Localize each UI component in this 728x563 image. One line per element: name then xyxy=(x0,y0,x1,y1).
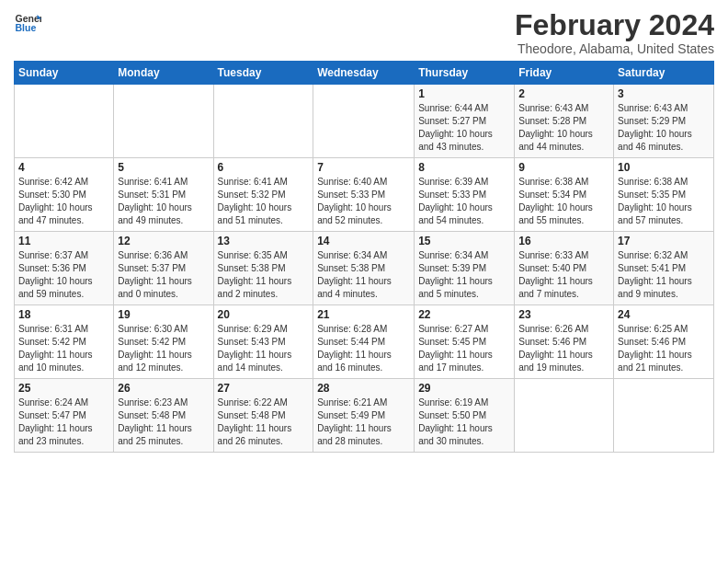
calendar-week-row: 4Sunrise: 6:42 AMSunset: 5:30 PMDaylight… xyxy=(15,158,714,232)
weekday-header-cell: Wednesday xyxy=(313,62,415,85)
day-info: Sunrise: 6:43 AMSunset: 5:29 PMDaylight:… xyxy=(618,102,710,154)
day-number: 14 xyxy=(317,235,410,247)
month-title: February 2024 xyxy=(515,9,714,41)
day-number: 8 xyxy=(418,161,510,174)
calendar-cell: 22Sunrise: 6:27 AMSunset: 5:45 PMDayligh… xyxy=(415,305,515,379)
day-number: 15 xyxy=(418,235,510,247)
calendar-cell: 21Sunrise: 6:28 AMSunset: 5:44 PMDayligh… xyxy=(313,305,415,379)
day-number: 26 xyxy=(118,382,209,395)
calendar-cell: 4Sunrise: 6:42 AMSunset: 5:30 PMDaylight… xyxy=(15,158,114,232)
day-number: 11 xyxy=(18,235,109,247)
calendar-cell xyxy=(15,85,114,158)
day-info: Sunrise: 6:26 AMSunset: 5:46 PMDaylight:… xyxy=(518,323,609,374)
calendar-cell: 15Sunrise: 6:34 AMSunset: 5:39 PMDayligh… xyxy=(415,232,515,305)
calendar-cell: 8Sunrise: 6:39 AMSunset: 5:33 PMDaylight… xyxy=(415,158,515,232)
day-number: 28 xyxy=(317,382,410,395)
day-number: 10 xyxy=(618,161,710,174)
day-number: 13 xyxy=(218,235,310,247)
calendar-cell xyxy=(114,85,213,158)
day-info: Sunrise: 6:34 AMSunset: 5:39 PMDaylight:… xyxy=(418,249,510,301)
day-info: Sunrise: 6:41 AMSunset: 5:32 PMDaylight:… xyxy=(218,176,310,227)
calendar-cell: 10Sunrise: 6:38 AMSunset: 5:35 PMDayligh… xyxy=(614,158,714,232)
day-number: 18 xyxy=(18,308,109,321)
page-container: General Blue February 2024 Theodore, Ala… xyxy=(0,0,728,457)
logo: General Blue xyxy=(14,9,41,37)
calendar-cell: 11Sunrise: 6:37 AMSunset: 5:36 PMDayligh… xyxy=(15,232,114,305)
calendar-cell: 16Sunrise: 6:33 AMSunset: 5:40 PMDayligh… xyxy=(515,232,614,305)
day-number: 9 xyxy=(518,161,609,174)
weekday-header-cell: Thursday xyxy=(415,62,515,85)
calendar-cell: 25Sunrise: 6:24 AMSunset: 5:47 PMDayligh… xyxy=(15,379,114,453)
calendar-cell: 18Sunrise: 6:31 AMSunset: 5:42 PMDayligh… xyxy=(15,305,114,379)
day-info: Sunrise: 6:35 AMSunset: 5:38 PMDaylight:… xyxy=(218,249,310,301)
svg-text:Blue: Blue xyxy=(16,22,37,33)
day-number: 16 xyxy=(518,235,609,247)
calendar-cell: 14Sunrise: 6:34 AMSunset: 5:38 PMDayligh… xyxy=(313,232,415,305)
day-number: 6 xyxy=(218,161,310,174)
weekday-header-cell: Saturday xyxy=(614,62,714,85)
calendar-cell: 7Sunrise: 6:40 AMSunset: 5:33 PMDaylight… xyxy=(313,158,415,232)
calendar-cell: 28Sunrise: 6:21 AMSunset: 5:49 PMDayligh… xyxy=(313,379,415,453)
calendar-cell: 23Sunrise: 6:26 AMSunset: 5:46 PMDayligh… xyxy=(515,305,614,379)
calendar-week-row: 25Sunrise: 6:24 AMSunset: 5:47 PMDayligh… xyxy=(15,379,714,453)
calendar-cell: 26Sunrise: 6:23 AMSunset: 5:48 PMDayligh… xyxy=(114,379,213,453)
day-info: Sunrise: 6:36 AMSunset: 5:37 PMDaylight:… xyxy=(118,249,209,301)
calendar-cell: 27Sunrise: 6:22 AMSunset: 5:48 PMDayligh… xyxy=(213,379,313,453)
calendar-cell: 5Sunrise: 6:41 AMSunset: 5:31 PMDaylight… xyxy=(114,158,213,232)
calendar-cell xyxy=(614,379,714,453)
day-number: 17 xyxy=(618,235,710,247)
day-info: Sunrise: 6:23 AMSunset: 5:48 PMDaylight:… xyxy=(118,396,209,448)
day-number: 22 xyxy=(418,308,510,321)
day-number: 7 xyxy=(317,161,410,174)
logo-icon: General Blue xyxy=(14,9,41,37)
calendar-cell: 29Sunrise: 6:19 AMSunset: 5:50 PMDayligh… xyxy=(415,379,515,453)
calendar-body: 1Sunrise: 6:44 AMSunset: 5:27 PMDaylight… xyxy=(15,85,714,453)
calendar-cell: 19Sunrise: 6:30 AMSunset: 5:42 PMDayligh… xyxy=(114,305,213,379)
calendar-cell: 9Sunrise: 6:38 AMSunset: 5:34 PMDaylight… xyxy=(515,158,614,232)
day-number: 1 xyxy=(418,87,510,100)
calendar-cell xyxy=(515,379,614,453)
day-number: 21 xyxy=(317,308,410,321)
day-number: 24 xyxy=(618,308,710,321)
calendar-cell xyxy=(313,85,415,158)
weekday-header-cell: Sunday xyxy=(15,62,114,85)
day-info: Sunrise: 6:25 AMSunset: 5:46 PMDaylight:… xyxy=(618,323,710,374)
location: Theodore, Alabama, United States xyxy=(515,41,714,56)
calendar-week-row: 11Sunrise: 6:37 AMSunset: 5:36 PMDayligh… xyxy=(15,232,714,305)
day-number: 19 xyxy=(118,308,209,321)
calendar-table: SundayMondayTuesdayWednesdayThursdayFrid… xyxy=(14,61,714,453)
calendar-cell: 2Sunrise: 6:43 AMSunset: 5:28 PMDaylight… xyxy=(515,85,614,158)
day-info: Sunrise: 6:38 AMSunset: 5:34 PMDaylight:… xyxy=(518,176,609,227)
calendar-cell: 17Sunrise: 6:32 AMSunset: 5:41 PMDayligh… xyxy=(614,232,714,305)
calendar-week-row: 18Sunrise: 6:31 AMSunset: 5:42 PMDayligh… xyxy=(15,305,714,379)
day-info: Sunrise: 6:32 AMSunset: 5:41 PMDaylight:… xyxy=(618,249,710,301)
day-info: Sunrise: 6:30 AMSunset: 5:42 PMDaylight:… xyxy=(118,323,209,374)
day-number: 25 xyxy=(18,382,109,395)
calendar-cell: 12Sunrise: 6:36 AMSunset: 5:37 PMDayligh… xyxy=(114,232,213,305)
weekday-header-cell: Monday xyxy=(114,62,213,85)
day-number: 29 xyxy=(418,382,510,395)
day-info: Sunrise: 6:28 AMSunset: 5:44 PMDaylight:… xyxy=(317,323,410,374)
day-info: Sunrise: 6:21 AMSunset: 5:49 PMDaylight:… xyxy=(317,396,410,448)
day-info: Sunrise: 6:44 AMSunset: 5:27 PMDaylight:… xyxy=(418,102,510,154)
calendar-cell: 24Sunrise: 6:25 AMSunset: 5:46 PMDayligh… xyxy=(614,305,714,379)
day-number: 5 xyxy=(118,161,209,174)
weekday-header-row: SundayMondayTuesdayWednesdayThursdayFrid… xyxy=(15,62,714,85)
calendar-cell xyxy=(213,85,313,158)
calendar-cell: 3Sunrise: 6:43 AMSunset: 5:29 PMDaylight… xyxy=(614,85,714,158)
day-info: Sunrise: 6:43 AMSunset: 5:28 PMDaylight:… xyxy=(518,102,609,154)
day-info: Sunrise: 6:37 AMSunset: 5:36 PMDaylight:… xyxy=(18,249,109,301)
day-number: 20 xyxy=(218,308,310,321)
day-number: 4 xyxy=(18,161,109,174)
day-info: Sunrise: 6:40 AMSunset: 5:33 PMDaylight:… xyxy=(317,176,410,227)
day-number: 12 xyxy=(118,235,209,247)
day-info: Sunrise: 6:39 AMSunset: 5:33 PMDaylight:… xyxy=(418,176,510,227)
day-info: Sunrise: 6:34 AMSunset: 5:38 PMDaylight:… xyxy=(317,249,410,301)
day-info: Sunrise: 6:33 AMSunset: 5:40 PMDaylight:… xyxy=(518,249,609,301)
day-number: 23 xyxy=(518,308,609,321)
weekday-header-cell: Friday xyxy=(515,62,614,85)
day-info: Sunrise: 6:24 AMSunset: 5:47 PMDaylight:… xyxy=(18,396,109,448)
header: General Blue February 2024 Theodore, Ala… xyxy=(14,9,714,56)
day-info: Sunrise: 6:19 AMSunset: 5:50 PMDaylight:… xyxy=(418,396,510,448)
calendar-cell: 6Sunrise: 6:41 AMSunset: 5:32 PMDaylight… xyxy=(213,158,313,232)
